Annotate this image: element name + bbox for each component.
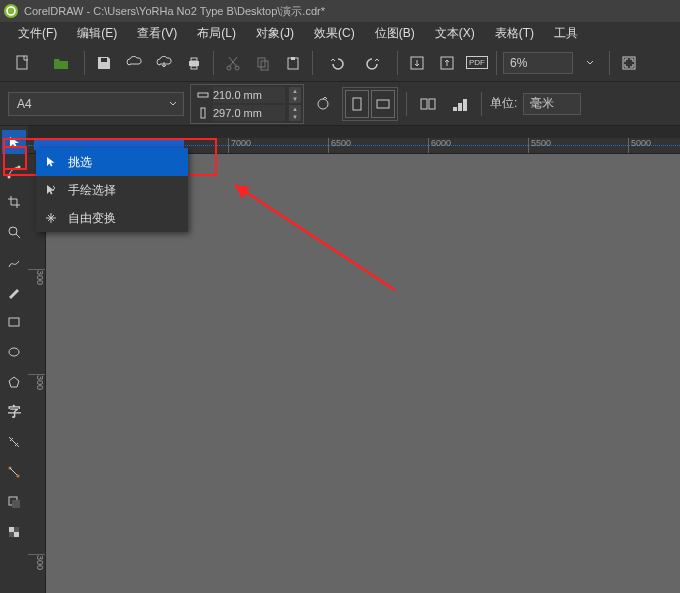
orientation-group xyxy=(342,87,398,121)
undo-button[interactable] xyxy=(319,50,353,76)
flyout-free-transform[interactable]: 自由变换 xyxy=(36,204,188,232)
svg-rect-20 xyxy=(421,99,427,109)
print-button[interactable] xyxy=(181,50,207,76)
svg-rect-11 xyxy=(291,57,295,60)
svg-rect-16 xyxy=(201,108,205,118)
svg-rect-22 xyxy=(453,107,457,111)
height-icon xyxy=(197,107,209,119)
svg-point-0 xyxy=(7,7,15,15)
rectangle-tool[interactable] xyxy=(2,310,26,334)
svg-rect-1 xyxy=(17,56,27,69)
svg-rect-23 xyxy=(458,103,462,111)
flyout-label: 手绘选择 xyxy=(68,182,116,199)
portrait-button[interactable] xyxy=(345,90,369,118)
ellipse-tool[interactable] xyxy=(2,340,26,364)
freehand-tool[interactable] xyxy=(2,250,26,274)
svg-rect-35 xyxy=(14,532,19,537)
pick-tool[interactable] xyxy=(2,130,26,154)
menu-effects[interactable]: 效果(C) xyxy=(304,22,365,45)
arrow-cursor-icon xyxy=(42,153,60,171)
menu-file[interactable]: 文件(F) xyxy=(8,22,67,45)
zoom-dropdown[interactable] xyxy=(577,50,603,76)
page-dimensions: 210.0 mm ▲▼ 297.0 mm ▲▼ xyxy=(190,84,304,124)
svg-point-27 xyxy=(9,227,17,235)
flyout-label: 挑选 xyxy=(68,154,92,171)
cloud-button[interactable] xyxy=(121,50,147,76)
menu-bar: 文件(F) 编辑(E) 查看(V) 布局(L) 对象(J) 效果(C) 位图(B… xyxy=(0,22,680,44)
menu-layout[interactable]: 布局(L) xyxy=(187,22,246,45)
align-button[interactable] xyxy=(447,91,473,117)
unit-label: 单位: xyxy=(490,95,517,112)
page-width-input[interactable]: 210.0 mm xyxy=(213,87,285,103)
paper-size-select[interactable]: A4 xyxy=(8,92,184,116)
paper-size-value: A4 xyxy=(17,97,32,111)
drop-shadow-tool[interactable] xyxy=(2,490,26,514)
rotate-button[interactable] xyxy=(310,91,336,117)
redo-button[interactable] xyxy=(357,50,391,76)
svg-rect-28 xyxy=(9,318,19,326)
svg-point-25 xyxy=(8,176,11,179)
svg-point-26 xyxy=(18,166,21,169)
new-button[interactable] xyxy=(6,50,40,76)
text-tool[interactable]: 字 xyxy=(2,400,26,424)
svg-rect-5 xyxy=(191,66,197,69)
menu-edit[interactable]: 编辑(E) xyxy=(67,22,127,45)
menu-tools[interactable]: 工具 xyxy=(544,22,588,45)
unit-select[interactable]: 毫米 xyxy=(523,93,581,115)
menu-object[interactable]: 对象(J) xyxy=(246,22,304,45)
cut-button[interactable] xyxy=(220,50,246,76)
svg-point-29 xyxy=(9,348,19,356)
polygon-tool[interactable] xyxy=(2,370,26,394)
menu-text[interactable]: 文本(X) xyxy=(425,22,485,45)
transform-icon xyxy=(42,209,60,227)
app-icon xyxy=(4,4,18,18)
artistic-media-tool[interactable] xyxy=(2,280,26,304)
zoom-input[interactable]: 6% xyxy=(503,52,573,74)
height-spinner[interactable]: ▲▼ xyxy=(289,105,301,121)
pdf-button[interactable]: PDF xyxy=(464,50,490,76)
flyout-pick[interactable]: 挑选 xyxy=(36,148,188,176)
svg-rect-36 xyxy=(14,527,19,532)
import-button[interactable] xyxy=(404,50,430,76)
copy-button[interactable] xyxy=(250,50,276,76)
svg-rect-15 xyxy=(198,93,208,97)
property-bar: A4 210.0 mm ▲▼ 297.0 mm ▲▼ 单位: 毫米 xyxy=(0,82,680,126)
page-height-input[interactable]: 297.0 mm xyxy=(213,105,285,121)
export-button[interactable] xyxy=(434,50,460,76)
svg-rect-18 xyxy=(353,98,361,110)
menu-view[interactable]: 查看(V) xyxy=(127,22,187,45)
svg-rect-24 xyxy=(463,99,467,111)
svg-rect-21 xyxy=(429,99,435,109)
landscape-button[interactable] xyxy=(371,90,395,118)
freehand-cursor-icon xyxy=(42,181,60,199)
crop-tool[interactable] xyxy=(2,190,26,214)
width-spinner[interactable]: ▲▼ xyxy=(289,87,301,103)
svg-rect-2 xyxy=(101,58,107,62)
open-button[interactable] xyxy=(44,50,78,76)
svg-rect-3 xyxy=(189,61,199,66)
cloud-down-button[interactable] xyxy=(151,50,177,76)
shape-tool[interactable] xyxy=(2,160,26,184)
save-button[interactable] xyxy=(91,50,117,76)
info-strip xyxy=(28,126,680,138)
svg-point-17 xyxy=(318,99,328,109)
svg-rect-14 xyxy=(623,57,635,69)
width-icon xyxy=(197,89,209,101)
fullscreen-button[interactable] xyxy=(616,50,642,76)
svg-rect-34 xyxy=(9,527,14,532)
pages-button[interactable] xyxy=(415,91,441,117)
flyout-freehand-pick[interactable]: 手绘选择 xyxy=(36,176,188,204)
window-title: CorelDRAW - C:\Users\YoRHa No2 Type B\De… xyxy=(24,4,325,19)
parallel-dimension-tool[interactable] xyxy=(2,430,26,454)
menu-table[interactable]: 表格(T) xyxy=(485,22,544,45)
svg-rect-37 xyxy=(9,532,14,537)
svg-rect-4 xyxy=(191,58,197,61)
title-bar: CorelDRAW - C:\Users\YoRHa No2 Type B\De… xyxy=(0,0,680,22)
transparency-tool[interactable] xyxy=(2,520,26,544)
zoom-tool[interactable] xyxy=(2,220,26,244)
svg-rect-19 xyxy=(377,100,389,108)
menu-bitmap[interactable]: 位图(B) xyxy=(365,22,425,45)
paste-button[interactable] xyxy=(280,50,306,76)
svg-point-31 xyxy=(17,475,20,478)
connector-tool[interactable] xyxy=(2,460,26,484)
